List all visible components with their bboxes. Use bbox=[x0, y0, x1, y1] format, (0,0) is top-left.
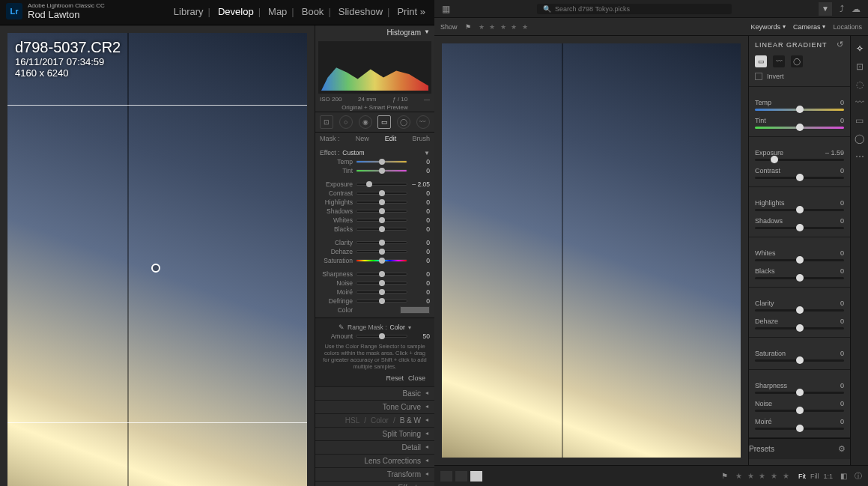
star-filter[interactable]: ★ ★ ★ ★ ★ bbox=[479, 23, 529, 31]
healing-icon[interactable]: ◌ bbox=[856, 79, 864, 90]
spot-tool-icon[interactable]: ○ bbox=[339, 115, 353, 129]
locations-dropdown[interactable]: Locations bbox=[833, 23, 862, 31]
cc-slider-tint[interactable]: Tint0 bbox=[755, 117, 844, 129]
histogram-header[interactable]: Histogram▼ bbox=[315, 25, 434, 40]
cc-slider-contrast[interactable]: Contrast0 bbox=[755, 167, 844, 179]
slider-color[interactable]: Color bbox=[320, 306, 430, 314]
effect-menu-icon[interactable]: ▼ bbox=[424, 150, 430, 157]
brush-tool-icon[interactable]: 〰 bbox=[416, 115, 430, 129]
filter-toggle-icon[interactable]: ▼ bbox=[819, 2, 832, 16]
panel-transform[interactable]: Transform◂ bbox=[315, 467, 434, 481]
module-slideshow[interactable]: Slideshow bbox=[336, 6, 393, 17]
slider-shadows[interactable]: Shadows0 bbox=[320, 207, 430, 215]
slider-noise[interactable]: Noise0 bbox=[320, 279, 430, 287]
cc-slider-moire[interactable]: Moiré0 bbox=[755, 418, 844, 430]
slider-temp[interactable]: Temp0 bbox=[320, 158, 430, 165]
cc-slider-whites[interactable]: Whites0 bbox=[755, 249, 844, 261]
gear-icon[interactable]: ⚙ bbox=[838, 444, 850, 454]
lrc-canvas[interactable]: d798-5037.CR2 16/11/2017 07:34:59 4160 x… bbox=[0, 25, 315, 486]
detail-view-icon[interactable] bbox=[470, 471, 482, 482]
radial-gradient-icon[interactable]: ◯ bbox=[855, 133, 864, 144]
panel-tone-curve[interactable]: Tone Curve◂ bbox=[315, 400, 434, 413]
module-library[interactable]: Library bbox=[171, 6, 213, 17]
slider-tint[interactable]: Tint0 bbox=[320, 167, 430, 174]
slider-saturation[interactable]: Saturation0 bbox=[320, 257, 430, 264]
share-icon[interactable]: ⤴ bbox=[840, 4, 844, 14]
slider-sharpness[interactable]: Sharpness0 bbox=[320, 270, 430, 278]
flag-icon[interactable]: ⚑ bbox=[721, 472, 728, 480]
panel-split-toning[interactable]: Split Toning◂ bbox=[315, 427, 434, 440]
eyedropper-icon[interactable]: ✎ bbox=[339, 324, 345, 331]
slider-highlights[interactable]: Highlights0 bbox=[320, 198, 430, 206]
panel-hsl[interactable]: HSL/Color/B & W◂ bbox=[315, 413, 434, 427]
range-mask-mode[interactable]: Color bbox=[390, 324, 405, 331]
invert-row[interactable]: Invert bbox=[749, 70, 850, 87]
presets-bar[interactable]: Presets ⚙ bbox=[749, 438, 850, 459]
chevron-down-icon[interactable]: ▾ bbox=[408, 324, 411, 331]
radial-gradient-tool-icon[interactable]: ◯ bbox=[791, 55, 803, 67]
brush-icon[interactable]: 〰 bbox=[855, 97, 864, 108]
module-print[interactable]: Print » bbox=[394, 6, 428, 17]
radial-filter-icon[interactable]: ◯ bbox=[397, 115, 410, 129]
crop-icon[interactable]: ⊡ bbox=[856, 61, 864, 72]
rating-stars[interactable]: ★ ★ ★ ★ ★ bbox=[735, 472, 791, 480]
cc-slider-dehaze[interactable]: Dehaze0 bbox=[755, 318, 844, 329]
panel-basic[interactable]: Basic◂ bbox=[315, 386, 434, 400]
histogram[interactable] bbox=[318, 41, 431, 94]
cc-slider-clarity[interactable]: Clarity0 bbox=[755, 300, 844, 312]
cloud-icon[interactable]: ☁ bbox=[852, 4, 861, 14]
slider-dehaze[interactable]: Dehaze0 bbox=[320, 248, 430, 255]
cc-slider-shadows[interactable]: Shadows0 bbox=[755, 217, 844, 229]
slider-amount[interactable]: Amount50 bbox=[320, 332, 430, 340]
range-mask-reset[interactable]: Reset bbox=[386, 374, 404, 382]
effect-value[interactable]: Custom bbox=[342, 149, 364, 157]
slider-moire[interactable]: Moiré0 bbox=[320, 288, 430, 296]
slider-clarity[interactable]: Clarity0 bbox=[320, 239, 430, 246]
grid-view-icon[interactable] bbox=[440, 471, 452, 482]
panel-effects[interactable]: ●Effects◂ bbox=[315, 481, 434, 486]
cc-slider-temp[interactable]: Temp0 bbox=[755, 99, 844, 111]
panel-lens-corrections[interactable]: Lens Corrections◂ bbox=[315, 454, 434, 467]
lrcc-canvas[interactable] bbox=[434, 36, 748, 465]
slider-blacks[interactable]: Blacks0 bbox=[320, 225, 430, 233]
zoom-fill[interactable]: Fill bbox=[810, 473, 819, 480]
color-swatch[interactable] bbox=[400, 306, 430, 314]
panel-detail[interactable]: Detail◂ bbox=[315, 440, 434, 454]
module-develop[interactable]: Develop bbox=[215, 6, 264, 17]
cc-slider-exposure[interactable]: Exposure– 1.59 bbox=[755, 149, 844, 161]
slider-exposure[interactable]: Exposure– 2.05 bbox=[320, 180, 430, 188]
info-icon[interactable]: ⓘ bbox=[855, 471, 862, 482]
linear-gradient-icon[interactable]: ▭ bbox=[855, 115, 864, 126]
undo-icon[interactable]: ↺ bbox=[837, 40, 844, 49]
crop-tool-icon[interactable]: ⊡ bbox=[320, 115, 333, 129]
linear-gradient-tool-icon[interactable]: ▭ bbox=[755, 55, 767, 67]
cc-slider-saturation[interactable]: Saturation0 bbox=[755, 350, 844, 362]
my-photos-icon[interactable]: ▦ bbox=[442, 4, 450, 14]
slider-whites[interactable]: Whites0 bbox=[320, 216, 430, 224]
module-map[interactable]: Map bbox=[265, 6, 297, 17]
flag-filter-icon[interactable]: ⚑ bbox=[465, 23, 471, 31]
edit-sliders-icon[interactable]: ✧ bbox=[856, 43, 864, 54]
more-icon[interactable]: ⋯ bbox=[855, 151, 864, 162]
cc-slider-highlights[interactable]: Highlights0 bbox=[755, 199, 844, 211]
graduated-filter-icon[interactable]: ▭ bbox=[377, 115, 391, 129]
brush-tool-icon[interactable]: 〰 bbox=[773, 55, 785, 67]
redeye-tool-icon[interactable]: ◉ bbox=[359, 115, 372, 129]
compare-icon[interactable]: ◧ bbox=[840, 472, 847, 480]
zoom-fit[interactable]: Fit bbox=[798, 473, 806, 480]
zoom-1-1[interactable]: 1:1 bbox=[823, 473, 833, 480]
tab-edit[interactable]: Edit bbox=[385, 135, 397, 142]
square-grid-icon[interactable] bbox=[455, 471, 467, 482]
slider-defringe[interactable]: Defringe0 bbox=[320, 297, 430, 305]
cc-slider-noise[interactable]: Noise0 bbox=[755, 400, 844, 412]
range-mask-close[interactable]: Close bbox=[408, 374, 425, 382]
module-book[interactable]: Book bbox=[299, 6, 334, 17]
search-input[interactable]: 🔍 Search d798 Tokyo.picks bbox=[537, 4, 732, 14]
cc-slider-blacks[interactable]: Blacks0 bbox=[755, 267, 844, 279]
cameras-dropdown[interactable]: Cameras bbox=[793, 23, 826, 31]
cc-slider-sharpness[interactable]: Sharpness0 bbox=[755, 382, 844, 394]
keywords-dropdown[interactable]: Keywords bbox=[750, 23, 786, 31]
tab-brush[interactable]: Brush bbox=[412, 135, 430, 142]
slider-contrast[interactable]: Contrast0 bbox=[320, 189, 430, 197]
tab-new[interactable]: New bbox=[356, 135, 369, 142]
